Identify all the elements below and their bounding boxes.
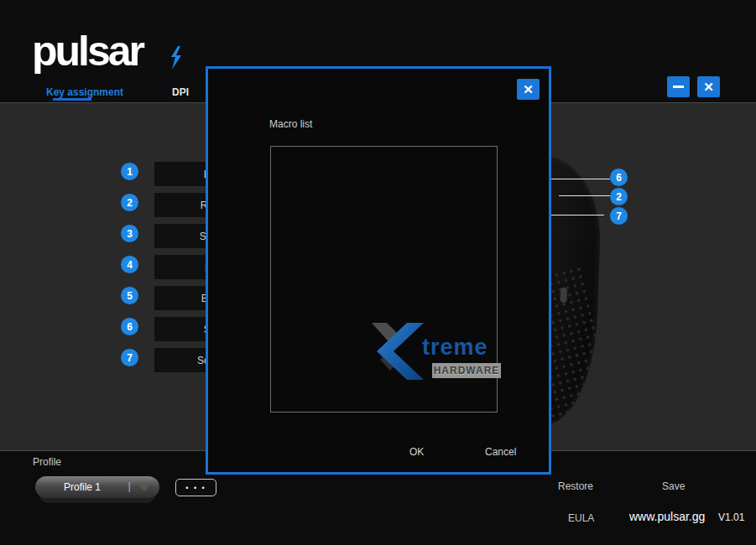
button-badge-7: 7 xyxy=(121,349,138,366)
callout-line-2 xyxy=(559,195,610,196)
restore-button[interactable]: Restore xyxy=(558,480,593,492)
watermark-hardware-text: HARDWARE xyxy=(432,363,501,378)
cancel-button[interactable]: Cancel xyxy=(485,446,516,458)
lightning-bolt-icon xyxy=(169,46,184,70)
profile-dropdown[interactable]: Profile 1 | xyxy=(35,476,159,498)
active-tab-underline xyxy=(53,98,91,101)
dialog-close-button[interactable]: ✕ xyxy=(517,79,540,100)
mouse-side-button xyxy=(560,288,567,303)
dialog-title: Macro list xyxy=(269,118,312,130)
save-button[interactable]: Save xyxy=(662,480,685,492)
mouse-badge-7: 7 xyxy=(610,207,628,225)
tab-dpi[interactable]: DPI xyxy=(172,86,189,98)
button-badge-4: 4 xyxy=(121,256,138,273)
watermark-x-icon xyxy=(372,323,424,380)
watermark-treme-text: treme xyxy=(422,335,488,361)
close-icon: ✕ xyxy=(703,80,714,95)
minimize-icon xyxy=(673,86,684,88)
pulsar-logo: pulsar xyxy=(32,27,143,75)
profile-value: Profile 1 xyxy=(64,481,101,493)
ellipsis-icon: • • • xyxy=(185,484,206,492)
tab-key-assignment[interactable]: Key assignment xyxy=(46,86,123,98)
macro-list-dialog: ✕ Macro list treme HARDWARE xyxy=(206,66,551,475)
callout-line-7 xyxy=(547,215,604,215)
button-badge-5: 5 xyxy=(121,287,138,304)
macro-listbox[interactable]: treme HARDWARE xyxy=(270,146,498,413)
button-badge-1: 1 xyxy=(121,163,138,180)
version-text: V1.01 xyxy=(718,511,744,523)
profile-label: Profile xyxy=(33,456,61,468)
app-window: pulsar Key assignment DPI ✕ 1 Left click… xyxy=(0,0,756,545)
button-badge-2: 2 xyxy=(121,194,138,211)
eula-link[interactable]: EULA xyxy=(568,512,594,524)
button-badge-3: 3 xyxy=(121,225,138,242)
profile-more-button[interactable]: • • • xyxy=(175,479,216,496)
close-icon: ✕ xyxy=(523,82,534,97)
dropdown-separator: | xyxy=(128,480,131,492)
xtreme-hardware-watermark: treme HARDWARE xyxy=(372,323,523,390)
ok-button[interactable]: OK xyxy=(409,446,424,458)
minimize-button[interactable] xyxy=(667,76,690,97)
callout-line-6 xyxy=(545,179,610,179)
website-text: www.pulsar.gg xyxy=(629,510,705,523)
close-button[interactable]: ✕ xyxy=(697,76,720,97)
mouse-badge-2: 2 xyxy=(610,188,628,205)
mouse-badge-6: 6 xyxy=(610,169,628,186)
button-badge-6: 6 xyxy=(121,318,138,335)
chevron-down-icon xyxy=(138,484,150,491)
